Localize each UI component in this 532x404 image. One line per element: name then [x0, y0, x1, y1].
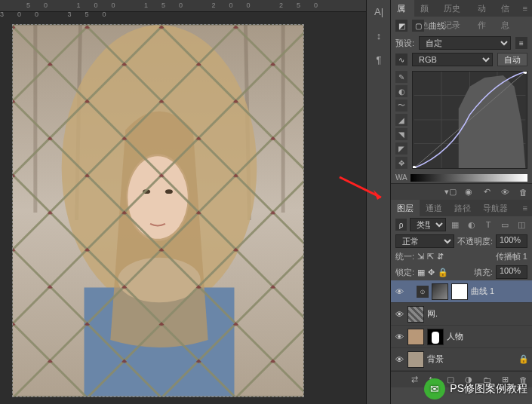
layer-name[interactable]: 人物 — [447, 331, 463, 342]
preset-label: 预设: — [395, 38, 414, 49]
unify-style-icon[interactable]: ⇵ — [437, 252, 444, 262]
layer-mask-thumb[interactable] — [427, 329, 444, 345]
preset-dropdown[interactable]: 自定 — [419, 36, 511, 50]
tab-actions[interactable]: 动作 — [472, 0, 495, 17]
layer-thumb[interactable] — [407, 306, 424, 323]
opacity-label: 不透明度: — [457, 236, 493, 247]
layer-thumb[interactable] — [407, 351, 424, 368]
ruler-horizontal — [0, 0, 390, 12]
point-curve-icon[interactable]: ∿ — [395, 54, 407, 66]
filter-pixel-icon[interactable]: ▦ — [449, 219, 461, 231]
propagate-label[interactable]: 传播帧 1 — [496, 251, 527, 262]
layer-thumb[interactable] — [407, 329, 424, 345]
layer-mask-thumb[interactable] — [451, 283, 468, 300]
link-layers-icon[interactable]: ⇄ — [408, 374, 420, 386]
clip-to-layer-icon[interactable]: ▾▢ — [444, 186, 457, 198]
hand-target-icon[interactable]: ✥ — [395, 157, 407, 169]
preset-row: 预设: 自定 ≡ — [391, 35, 532, 51]
fill-value[interactable]: 100% — [496, 265, 527, 279]
filter-kind-icon[interactable]: ρ — [395, 219, 407, 231]
type-panel-icon[interactable]: A| — [367, 0, 391, 24]
filter-adjust-icon[interactable]: ◐ — [466, 219, 478, 231]
adjustment-title: 曲线 — [429, 20, 445, 32]
curves-graph[interactable] — [412, 71, 527, 169]
filter-shape-icon[interactable]: ▭ — [499, 219, 511, 231]
layer-row[interactable]: 👁 背景 🔒 — [391, 348, 532, 371]
watermark-text: PS修图案例教程 — [450, 382, 527, 396]
channel-dropdown[interactable]: RGB — [412, 53, 493, 66]
channel-row: ∿ RGB 自动 — [391, 51, 532, 68]
eyedropper-black-icon[interactable]: ◢ — [395, 114, 407, 126]
wechat-icon: ✉ — [424, 378, 445, 399]
layer-thumb[interactable] — [432, 283, 448, 300]
tab-info[interactable]: 信息 — [495, 0, 518, 17]
tab-navigator[interactable]: 导航器 — [477, 200, 514, 216]
preset-menu-icon[interactable]: ≡ — [515, 37, 527, 49]
properties-footer: ▾▢ ◉ ↶ 👁 🗑 — [391, 183, 532, 200]
auto-button[interactable]: 自动 — [497, 53, 527, 66]
opacity-value[interactable]: 100% — [496, 234, 527, 248]
layer-list: 👁 ⌽ 曲线 1 👁 网. 👁 人物 👁 背景 — [391, 280, 532, 371]
visibility-icon[interactable]: 👁 — [394, 286, 404, 297]
link-icon[interactable]: ⌽ — [417, 286, 429, 298]
eyedropper-white-icon[interactable]: ◤ — [395, 142, 407, 155]
layers-menu-icon[interactable]: ≡ — [518, 204, 532, 213]
mask-icon[interactable]: ▢ — [412, 20, 424, 32]
output-ramp-row: WA — [391, 172, 532, 183]
curves-adjustment-icon: ◩ — [395, 20, 407, 32]
glyphs-panel-icon[interactable]: ↕ — [367, 24, 391, 48]
delete-adjustment-icon[interactable]: 🗑 — [517, 186, 529, 198]
smooth-icon[interactable]: 〜 — [395, 99, 407, 112]
panel-menu-icon[interactable]: ≡ — [518, 4, 532, 13]
lock-label: 锁定: — [395, 267, 414, 278]
wa-label: WA — [395, 173, 407, 182]
tab-properties[interactable]: 属性 — [391, 0, 414, 17]
visibility-icon[interactable]: 👁 — [394, 309, 404, 320]
eyedropper-gray-icon[interactable]: ◥ — [395, 128, 407, 140]
paragraph-panel-icon[interactable]: ¶ — [367, 48, 391, 72]
toggle-visibility-icon[interactable]: 👁 — [499, 186, 511, 198]
lock-icon: 🔒 — [518, 354, 529, 364]
visibility-icon[interactable]: 👁 — [394, 332, 404, 342]
reset-icon[interactable]: ↶ — [481, 186, 493, 198]
layers-panel-body: ρ 类型 ▦ ◐ T ▭ ◫ 正常 不透明度: 100% 统一: ⇲ ⇱ ⇵ 传… — [391, 216, 532, 387]
collapsed-panel-dock: A| ↕ ¶ — [366, 0, 390, 404]
filter-kind-dropdown[interactable]: 类型 — [410, 218, 446, 231]
unified-label: 统一: — [395, 251, 414, 262]
unify-vis-icon[interactable]: ⇱ — [427, 252, 434, 262]
layer-name[interactable]: 网. — [427, 308, 438, 320]
layer-row[interactable]: 👁 网. — [391, 303, 532, 326]
unify-pos-icon[interactable]: ⇲ — [417, 252, 424, 262]
layer-name[interactable]: 背景 — [427, 354, 444, 365]
canvas-image — [13, 25, 303, 396]
lock-all-icon[interactable]: 🔒 — [438, 268, 448, 277]
layers-tab-bar: 图层 通道 路径 导航器 ≡ — [391, 200, 532, 216]
view-previous-icon[interactable]: ◉ — [463, 186, 475, 198]
blend-mode-dropdown[interactable]: 正常 — [395, 234, 454, 248]
visibility-icon[interactable]: 👁 — [394, 354, 404, 365]
layer-row[interactable]: 👁 ⌽ 曲线 1 — [391, 280, 532, 303]
tab-layers[interactable]: 图层 — [391, 200, 420, 216]
tab-channels[interactable]: 通道 — [420, 200, 448, 216]
properties-tab-bar: 属性 颜色 历史记录 动作 信息 ≡ — [391, 0, 532, 17]
svg-rect-16 — [13, 25, 303, 396]
lock-position-icon[interactable]: ✥ — [428, 268, 435, 277]
input-gradient[interactable] — [411, 174, 527, 182]
watermark: ✉ PS修图案例教程 — [424, 378, 527, 399]
tab-color[interactable]: 颜色 — [414, 0, 438, 17]
layer-row[interactable]: 👁 人物 — [391, 326, 532, 348]
tab-history[interactable]: 历史记录 — [438, 0, 472, 17]
curves-editor: ✎ ◐ 〜 ◢ ◥ ◤ ✥ — [391, 68, 532, 172]
filter-smart-icon[interactable]: ◫ — [515, 219, 527, 231]
curves-side-tools: ✎ ◐ 〜 ◢ ◥ ◤ ✥ — [395, 71, 409, 169]
pencil-curve-icon[interactable]: ✎ — [395, 71, 407, 83]
lock-pixels-icon[interactable]: ▦ — [417, 268, 425, 277]
properties-header: ◩ ▢ 曲线 — [391, 17, 532, 35]
right-panels: 属性 颜色 历史记录 动作 信息 ≡ ◩ ▢ 曲线 预设: 自定 ≡ ∿ RGB… — [390, 0, 532, 404]
layer-name[interactable]: 曲线 1 — [471, 286, 494, 297]
tab-paths[interactable]: 路径 — [448, 200, 477, 216]
fill-label: 填充: — [474, 267, 493, 278]
canvas-document[interactable] — [12, 24, 304, 397]
sample-light-icon[interactable]: ◐ — [395, 85, 407, 97]
filter-type-icon[interactable]: T — [482, 219, 494, 231]
